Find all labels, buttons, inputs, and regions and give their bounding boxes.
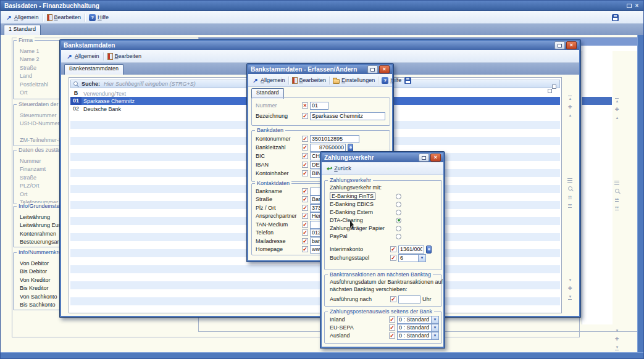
row-id: 01 [70, 97, 82, 105]
chevron-down-icon[interactable] [431, 332, 438, 339]
bezeichnung-field[interactable] [310, 112, 385, 120]
field-label: Bis Sachkonto [20, 301, 63, 309]
menu-item-bearbeiten[interactable]: Bearbeiten [291, 76, 328, 85]
radio-e-banking-fints[interactable] [396, 194, 401, 199]
checkbox-active[interactable] [390, 246, 396, 252]
radio-e-banking-ebics[interactable] [396, 202, 401, 207]
ausfuehrung-nach-field[interactable] [398, 295, 420, 303]
chevron-down-icon[interactable] [418, 255, 425, 262]
grid-sort-desc-icon[interactable]: ▾▾ [615, 205, 619, 210]
checkbox-active[interactable] [390, 296, 396, 302]
inland-dropdown[interactable]: 0 : Standard [397, 316, 439, 324]
grid-sort-asc-icon[interactable]: ▴▴ [615, 197, 619, 202]
grid-search-icon[interactable] [568, 186, 572, 191]
tab-bankenstammdaten[interactable]: Bankenstammdaten [64, 64, 123, 75]
group-banktag: Banktransaktionen am nächsten Banktag Au… [324, 274, 442, 307]
scroll-marker-icon[interactable]: ✚ [568, 286, 572, 291]
menu-item-bearbeiten[interactable]: Bearbeiten [46, 14, 83, 22]
record-nav-top[interactable]: ▲ ✚ ▲ [615, 98, 619, 120]
grid-search-icon[interactable] [615, 189, 619, 193]
record-nav-top[interactable]: ▲ ✚ ▲ [568, 96, 572, 117]
scroll-down-icon[interactable]: ▼ [568, 278, 572, 282]
grid-sort-asc-icon[interactable]: ▴▴ [568, 194, 572, 199]
record-nav-bottom[interactable]: ▼ ✚ ▼ [568, 278, 572, 300]
scroll-to-bottom-icon[interactable]: ▼ [568, 295, 572, 300]
checkbox-active[interactable] [390, 255, 396, 261]
scroll-marker-icon[interactable]: ✚ [615, 107, 619, 112]
checkbox-active[interactable] [302, 170, 308, 176]
spinner-button[interactable] [426, 246, 432, 254]
checkbox-active[interactable] [302, 229, 308, 236]
close-icon[interactable]: × [379, 65, 390, 73]
checkbox-active[interactable] [302, 205, 308, 211]
toolbar-separator [288, 76, 289, 85]
scroll-up-icon[interactable]: ▲ [615, 116, 619, 120]
restore-icon[interactable] [367, 65, 378, 73]
menu-label: Bearbeiten [299, 77, 327, 83]
menu-label: Bearbeiten [54, 14, 82, 20]
checkbox-active[interactable] [302, 196, 308, 202]
checkbox-active[interactable] [302, 246, 308, 252]
field-label: Interimskonto [330, 246, 388, 252]
record-nav-bottom[interactable]: ▼ ✚ ▼ [615, 329, 619, 350]
menu-item-allgemein[interactable]: Allgemein [4, 14, 40, 22]
menu-item-allgemein[interactable]: Allgemein [251, 76, 286, 85]
restore-icon[interactable] [419, 154, 429, 162]
grid-sort-desc-icon[interactable]: ▾▾ [568, 203, 572, 208]
restore-icon[interactable] [625, 2, 633, 9]
scroll-marker-icon[interactable]: ✚ [615, 337, 619, 341]
option-label: Zahlungsträger Papier [330, 225, 385, 231]
scroll-to-top-icon[interactable]: ▲ [568, 96, 572, 101]
buchungsstapel-dropdown[interactable]: 6 [398, 254, 426, 262]
back-button[interactable]: Zurück [325, 165, 353, 173]
radio-paypal[interactable] [396, 234, 401, 239]
scroll-up-icon[interactable]: ▲ [568, 113, 572, 117]
spinner-button[interactable] [348, 144, 353, 152]
grid-menu-icon[interactable] [614, 181, 619, 185]
checkbox-active[interactable] [389, 332, 395, 339]
ausland-dropdown[interactable]: 0 : Standard [397, 332, 439, 340]
checkbox-active[interactable] [302, 221, 308, 228]
menu-item-einstellungen[interactable]: Einstellungen [332, 76, 376, 85]
interimskonto-field[interactable] [398, 246, 424, 254]
radio-zahlungstraeger-papier[interactable] [396, 226, 401, 231]
edit-icon [47, 14, 52, 21]
group-title: Bankdaten [255, 127, 285, 134]
scroll-marker-icon[interactable]: ✚ [568, 105, 572, 109]
checkbox-active[interactable] [302, 238, 308, 244]
save-icon[interactable] [404, 77, 411, 84]
save-icon[interactable] [612, 14, 619, 21]
nummer-field[interactable] [310, 102, 328, 110]
radio-e-banking-extern[interactable] [396, 210, 401, 215]
checkbox-locked[interactable] [302, 102, 308, 109]
restore-icon[interactable] [554, 41, 565, 49]
close-icon[interactable]: × [633, 2, 641, 9]
checkbox-active[interactable] [389, 324, 395, 331]
menu-item-hilfe[interactable]: Hilfe [380, 76, 403, 85]
tab-standard[interactable]: 1 Standard [4, 25, 41, 35]
column-header-verwendung[interactable]: Verwendung/Text [82, 91, 126, 97]
checkbox-active[interactable] [302, 113, 308, 119]
menu-item-allgemein[interactable]: Allgemein [65, 52, 101, 60]
scroll-to-bottom-icon[interactable]: ▼ [615, 345, 619, 350]
close-icon[interactable]: × [566, 41, 577, 49]
scroll-down-icon[interactable]: ▼ [615, 329, 619, 332]
checkbox-active[interactable] [302, 188, 308, 194]
checkbox-active[interactable] [302, 153, 308, 159]
checkbox-active[interactable] [302, 144, 308, 151]
eu-sepa-dropdown[interactable]: 0 : Standard [397, 324, 439, 332]
bankleitzahl-field[interactable] [310, 144, 346, 152]
scroll-to-top-icon[interactable]: ▲ [615, 98, 619, 103]
close-icon[interactable]: × [430, 154, 441, 162]
radio-dta-clearing[interactable] [396, 218, 401, 223]
checkbox-active[interactable] [302, 213, 308, 219]
menu-item-hilfe[interactable]: Hilfe [88, 14, 110, 22]
grid-menu-icon[interactable] [567, 178, 572, 183]
checkbox-active[interactable] [389, 316, 395, 323]
kontonummer-field[interactable] [310, 135, 359, 143]
checkbox-active[interactable] [302, 162, 308, 168]
menu-item-bearbeiten[interactable]: Bearbeiten [106, 52, 143, 60]
chevron-down-icon[interactable] [431, 324, 438, 331]
chevron-down-icon[interactable] [431, 316, 438, 323]
checkbox-active[interactable] [302, 136, 308, 142]
